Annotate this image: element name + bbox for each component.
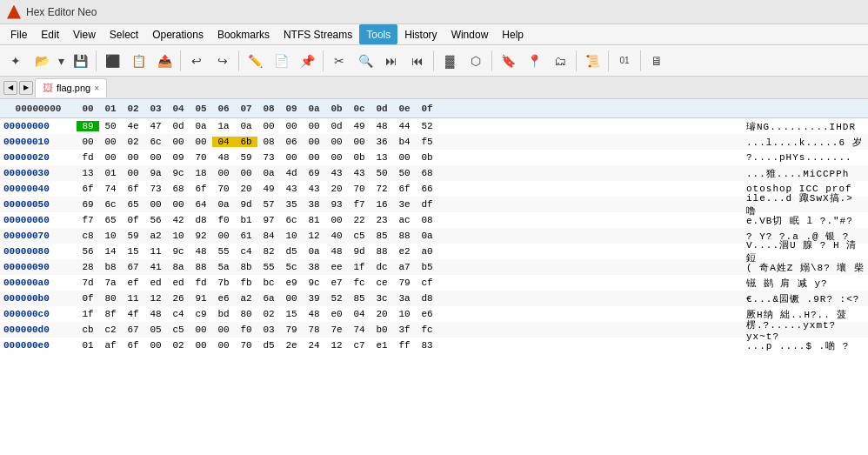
hex-byte[interactable]: 78 (303, 325, 325, 335)
hex-byte[interactable]: 8f (99, 309, 122, 319)
hex-byte[interactable]: 6f (122, 184, 144, 194)
hex-byte[interactable]: 00 (99, 152, 122, 163)
search-next-button[interactable]: ⏭ (379, 49, 404, 73)
hex-byte[interactable]: c4 (167, 309, 190, 319)
hex-byte[interactable]: 65 (99, 215, 122, 225)
hex-byte[interactable]: 15 (122, 246, 144, 257)
open-button[interactable]: 📂 (30, 49, 54, 73)
hex-byte[interactable]: 9c (167, 168, 190, 178)
hex-byte[interactable]: b0 (371, 325, 393, 335)
hex-byte[interactable]: 43 (325, 168, 348, 178)
hex-byte[interactable]: 59 (235, 152, 257, 163)
hex-byte[interactable]: 64 (190, 199, 212, 210)
hex-byte[interactable]: 40 (325, 231, 348, 241)
hex-byte[interactable]: e7 (325, 278, 348, 288)
menu-item-file[interactable]: File (3, 24, 34, 44)
hex-byte[interactable]: 00 (190, 340, 212, 351)
hex-byte[interactable]: 4d (280, 168, 303, 178)
menu-item-select[interactable]: Select (103, 24, 145, 44)
hex-byte[interactable]: 00 (212, 231, 235, 241)
hex-byte[interactable]: 50 (393, 168, 416, 178)
undo-button[interactable]: ↩ (184, 49, 209, 73)
menu-item-ntfs[interactable]: NTFS Streams (277, 24, 359, 44)
hex-byte[interactable]: 11 (122, 293, 144, 304)
hex-byte[interactable]: 02 (257, 309, 280, 319)
search-prev-button[interactable]: ⏮ (405, 49, 430, 73)
hex-byte[interactable]: 00 (122, 152, 144, 163)
hex-byte[interactable]: 24 (303, 340, 325, 351)
hex-byte[interactable]: 85 (371, 231, 393, 241)
hex-byte[interactable]: 70 (235, 340, 257, 351)
hex-byte[interactable]: 3f (393, 325, 416, 335)
hex-byte[interactable]: 9d (235, 199, 257, 210)
hex-byte[interactable]: 0b (416, 152, 438, 163)
hex-byte[interactable]: 00 (303, 137, 325, 147)
hex-byte[interactable]: f0 (235, 325, 257, 335)
hex-byte[interactable]: 14 (99, 246, 122, 257)
hex-byte[interactable]: 00 (325, 137, 348, 147)
hex-byte[interactable]: 73 (257, 152, 280, 163)
hex-byte[interactable]: 67 (122, 262, 144, 272)
hex-byte[interactable]: 9d (348, 246, 371, 257)
hex-byte[interactable]: 04 (348, 309, 371, 319)
hex-byte[interactable]: d5 (280, 246, 303, 257)
menu-item-bookmarks[interactable]: Bookmarks (210, 24, 277, 44)
hex-byte[interactable]: 49 (257, 184, 280, 194)
hex-byte[interactable]: 08 (416, 215, 438, 225)
hex-byte[interactable]: 48 (144, 309, 167, 319)
hex-byte[interactable]: ee (325, 262, 348, 272)
hex-byte[interactable]: 10 (99, 231, 122, 241)
hex-byte[interactable]: 43 (303, 184, 325, 194)
hex-byte[interactable]: 23 (371, 215, 393, 225)
hex-byte[interactable]: e6 (212, 293, 235, 304)
hex-byte[interactable]: d8 (416, 293, 438, 304)
hex-byte[interactable]: cb (77, 325, 99, 335)
hex-byte[interactable]: f5 (416, 137, 438, 147)
hex-byte[interactable]: e9 (280, 278, 303, 288)
hex-byte[interactable]: c8 (77, 231, 99, 241)
hex-byte[interactable]: 47 (144, 121, 167, 131)
hex-byte[interactable]: 6f (190, 184, 212, 194)
hex-byte[interactable]: 0d (167, 121, 190, 131)
hex-byte[interactable]: 00 (167, 199, 190, 210)
hex-byte[interactable]: d8 (190, 215, 212, 225)
hex-byte[interactable]: 00 (325, 152, 348, 163)
hex-byte[interactable]: bd (212, 309, 235, 319)
hex-byte[interactable]: 50 (371, 168, 393, 178)
hex-byte[interactable]: 70 (348, 184, 371, 194)
hex-byte[interactable]: 00 (393, 152, 416, 163)
hex-byte[interactable]: 80 (99, 293, 122, 304)
hex-byte[interactable]: 0b (348, 152, 371, 163)
hex-byte[interactable]: b8 (99, 262, 122, 272)
hex-byte[interactable]: 7d (77, 278, 99, 288)
hex-byte[interactable]: 10 (280, 231, 303, 241)
hex-byte[interactable]: 48 (371, 121, 393, 131)
hex-byte[interactable]: 0a (303, 246, 325, 257)
save-button[interactable]: 💾 (68, 49, 92, 73)
hex-byte[interactable]: c7 (348, 340, 371, 351)
menu-item-help[interactable]: Help (495, 24, 531, 44)
hex-byte[interactable]: 67 (122, 325, 144, 335)
hex-byte[interactable]: a0 (416, 246, 438, 257)
hex-byte[interactable]: 00 (303, 152, 325, 163)
hex-byte[interactable]: 26 (167, 293, 190, 304)
hex-byte[interactable]: 9c (303, 278, 325, 288)
menu-item-operations[interactable]: Operations (145, 24, 210, 44)
hex-byte[interactable]: dc (371, 262, 393, 272)
hex-byte[interactable]: 1f (77, 309, 99, 319)
hex-byte[interactable]: 0f (77, 293, 99, 304)
open-dropdown[interactable]: ▾ (56, 49, 66, 73)
hex-byte[interactable]: 20 (371, 309, 393, 319)
hex-byte[interactable]: 48 (325, 246, 348, 257)
hex-byte[interactable]: 6c (280, 215, 303, 225)
hex-byte[interactable]: 1f (348, 262, 371, 272)
menu-item-edit[interactable]: Edit (34, 24, 66, 44)
hex-byte[interactable]: 88 (190, 262, 212, 272)
hex-byte[interactable]: 00 (122, 168, 144, 178)
hex-byte[interactable]: 73 (144, 184, 167, 194)
hex-byte[interactable]: 52 (325, 293, 348, 304)
hex-byte[interactable]: 4f (122, 309, 144, 319)
hex-byte[interactable]: 6f (77, 184, 99, 194)
hex-byte[interactable]: 42 (167, 215, 190, 225)
hex-byte[interactable]: c5 (167, 325, 190, 335)
